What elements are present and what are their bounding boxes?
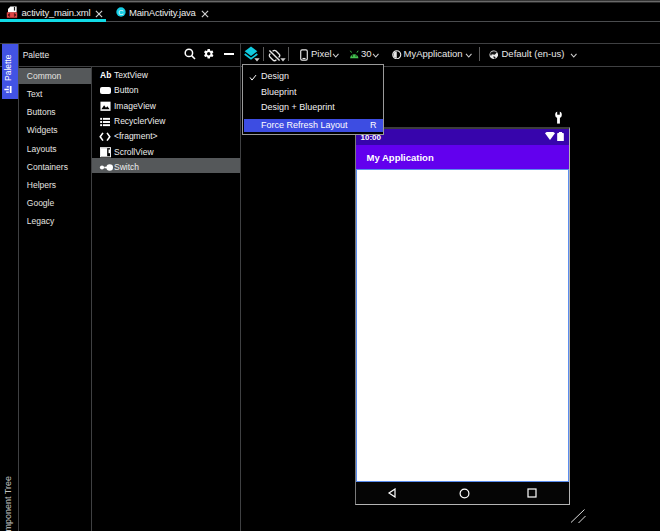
svg-text:C: C <box>118 8 124 17</box>
